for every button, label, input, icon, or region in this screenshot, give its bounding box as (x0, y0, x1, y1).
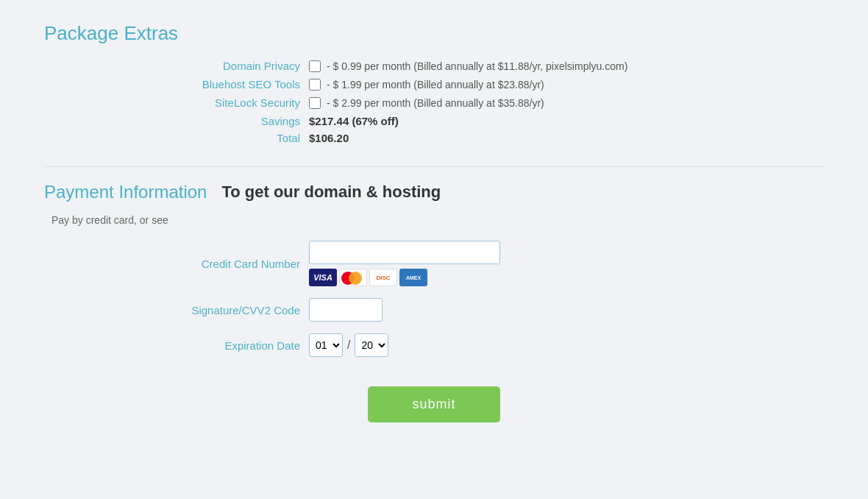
extra-row-seo-tools: Bluehost SEO Tools - $ 1.99 per month (B… (44, 78, 824, 91)
extra-row-domain-privacy: Domain Privacy - $ 0.99 per month (Bille… (44, 60, 824, 72)
payment-section: Payment Information To get our domain & … (44, 182, 824, 357)
section-divider (44, 166, 824, 167)
expiry-area: 01 02 03 04 05 06 07 08 09 10 11 12 / 20… (309, 333, 388, 357)
extra-row-sitelock: SiteLock Security - $ 2.99 per month (Bi… (44, 96, 824, 109)
submit-button[interactable]: submit (368, 386, 499, 422)
total-value: $106.20 (309, 132, 349, 144)
extra-value-sitelock: - $ 2.99 per month (Billed annually at $… (309, 97, 544, 109)
extra-checkbox-domain-privacy[interactable] (309, 60, 321, 72)
extra-label-sitelock: SiteLock Security (44, 96, 309, 109)
extra-description-domain-privacy: - $ 0.99 per month (Billed annually at $… (327, 60, 627, 72)
card-icons: VISA DISC AMEX (309, 269, 500, 286)
expiry-separator: / (347, 339, 350, 352)
extra-label-domain-privacy: Domain Privacy (44, 60, 309, 72)
extra-checkbox-seo-tools[interactable] (309, 79, 321, 91)
savings-label: Savings (44, 115, 309, 127)
expiry-year-select[interactable]: 20 21 22 23 24 25 26 27 28 29 30 (355, 333, 388, 357)
cvv-input-area (309, 298, 383, 322)
cvv-row: Signature/CVV2 Code (44, 298, 824, 322)
amex-icon: AMEX (399, 269, 427, 286)
expiry-label: Expiration Date (44, 339, 309, 352)
mastercard-icon (339, 269, 367, 286)
extra-value-seo-tools: - $ 1.99 per month (Billed annually at $… (309, 79, 544, 91)
total-label: Total (44, 132, 309, 144)
cc-number-row: Credit Card Number VISA DISC AMEX (44, 241, 824, 286)
expiry-month-select[interactable]: 01 02 03 04 05 06 07 08 09 10 11 12 (309, 333, 343, 357)
package-extras-section: Package Extras Domain Privacy - $ 0.99 p… (44, 22, 824, 144)
cc-input-area: VISA DISC AMEX (309, 241, 500, 286)
page-container: Package Extras Domain Privacy - $ 0.99 p… (0, 0, 868, 499)
expiry-row: Expiration Date 01 02 03 04 05 06 07 08 … (44, 333, 824, 357)
discover-icon: DISC (369, 269, 397, 286)
cvv-label: Signature/CVV2 Code (44, 304, 309, 316)
visa-icon: VISA (309, 269, 337, 286)
extra-description-sitelock: - $ 2.99 per month (Billed annually at $… (327, 97, 544, 109)
cc-input[interactable] (309, 241, 500, 264)
payment-header: Payment Information To get our domain & … (44, 182, 824, 202)
savings-row: Savings $217.44 (67% off) (44, 115, 824, 127)
extra-value-domain-privacy: - $ 0.99 per month (Billed annually at $… (309, 60, 627, 72)
total-row: Total $106.20 (44, 132, 824, 144)
package-extras-title: Package Extras (44, 22, 824, 45)
submit-area: submit (44, 386, 824, 422)
cc-label: Credit Card Number (44, 258, 309, 270)
payment-subtitle: To get our domain & hosting (221, 183, 441, 202)
payment-title: Payment Information (44, 182, 207, 202)
cvv-input[interactable] (309, 298, 383, 322)
pay-by-text: Pay by credit card, or see (44, 214, 824, 226)
savings-value: $217.44 (67% off) (309, 115, 399, 127)
extra-checkbox-sitelock[interactable] (309, 97, 321, 109)
extra-label-seo-tools: Bluehost SEO Tools (44, 78, 309, 91)
extra-description-seo-tools: - $ 1.99 per month (Billed annually at $… (327, 79, 544, 91)
